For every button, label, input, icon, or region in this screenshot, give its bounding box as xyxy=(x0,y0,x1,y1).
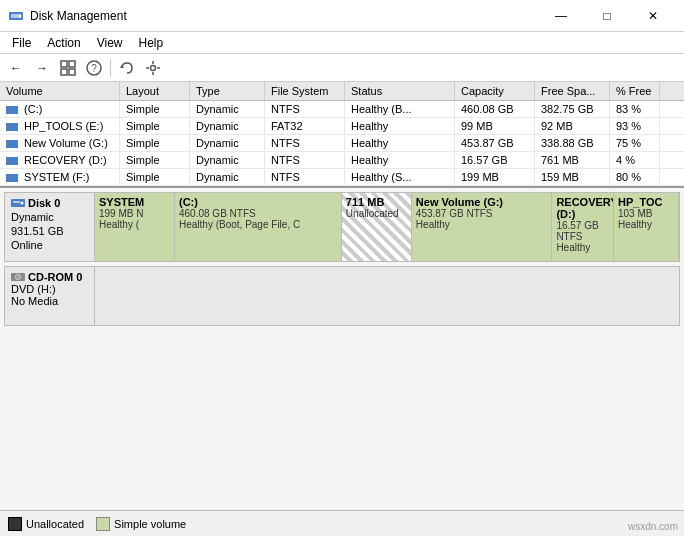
cell-fs: FAT32 xyxy=(265,118,345,134)
disk0-label: Disk 0 Dynamic 931.51 GB Online xyxy=(5,193,95,261)
partition-g[interactable]: New Volume (G:) 453.87 GB NTFS Healthy xyxy=(412,193,553,261)
menu-view[interactable]: View xyxy=(89,34,131,51)
cell-type: Dynamic xyxy=(190,118,265,134)
cell-pct: 4 % xyxy=(610,152,660,168)
back-button[interactable]: ← xyxy=(4,57,28,79)
settings-button[interactable] xyxy=(141,57,165,79)
svg-rect-5 xyxy=(61,69,67,75)
legend-unallocated-label: Unallocated xyxy=(26,518,84,530)
legend-unallocated-box xyxy=(8,517,22,531)
partition-system[interactable]: SYSTEM 199 MB N Healthy ( xyxy=(95,193,175,261)
partition-unallocated[interactable]: 711 MB Unallocated xyxy=(342,193,412,261)
cell-fs: NTFS xyxy=(265,135,345,151)
partition-recovery[interactable]: RECOVERY (D:) 16.57 GB NTFS Healthy xyxy=(552,193,614,261)
help-button[interactable]: ? xyxy=(82,57,106,79)
cdrom0-content xyxy=(95,267,679,325)
cell-status: Healthy (S... xyxy=(345,169,455,185)
minimize-button[interactable]: — xyxy=(538,3,584,29)
partition-recovery-size: 16.57 GB NTFS xyxy=(556,220,609,242)
view-button[interactable] xyxy=(56,57,80,79)
cell-free: 92 MB xyxy=(535,118,610,134)
undo-icon xyxy=(119,60,135,76)
volume-icon xyxy=(6,140,18,148)
menu-file[interactable]: File xyxy=(4,34,39,51)
legend-simple-label: Simple volume xyxy=(114,518,186,530)
col-header-fs: File System xyxy=(265,82,345,100)
cell-status: Healthy (B... xyxy=(345,101,455,117)
svg-point-20 xyxy=(17,276,19,278)
maximize-button[interactable]: □ xyxy=(584,3,630,29)
title-text: Disk Management xyxy=(30,9,127,23)
partition-hptools[interactable]: HP_TOC 103 MB Healthy xyxy=(614,193,679,261)
disk0-status: Online xyxy=(11,239,88,251)
disk0-row: Disk 0 Dynamic 931.51 GB Online SYSTEM 1… xyxy=(4,192,680,262)
table-row[interactable]: RECOVERY (D:) Simple Dynamic NTFS Health… xyxy=(0,152,684,169)
cdrom0-partition xyxy=(95,267,679,325)
menu-action[interactable]: Action xyxy=(39,34,88,51)
partition-g-name: New Volume (G:) xyxy=(416,196,548,208)
partition-hptools-size: 103 MB xyxy=(618,208,674,219)
partition-recovery-name: RECOVERY (D:) xyxy=(556,196,609,220)
cell-capacity: 460.08 GB xyxy=(455,101,535,117)
cell-type: Dynamic xyxy=(190,152,265,168)
partition-g-size: 453.87 GB NTFS xyxy=(416,208,548,219)
disk0-type: Dynamic xyxy=(11,211,88,223)
cdrom0-type: DVD (H:) xyxy=(11,283,56,295)
svg-rect-4 xyxy=(69,61,75,67)
table-row[interactable]: SYSTEM (F:) Simple Dynamic NTFS Healthy … xyxy=(0,169,684,186)
col-header-layout: Layout xyxy=(120,82,190,100)
volume-table: Volume Layout Type File System Status Ca… xyxy=(0,82,684,188)
cell-pct: 80 % xyxy=(610,169,660,185)
app-icon xyxy=(8,8,24,24)
disk0-size: 931.51 GB xyxy=(11,225,88,237)
col-header-pct: % Free xyxy=(610,82,660,100)
cell-type: Dynamic xyxy=(190,135,265,151)
cell-fs: NTFS xyxy=(265,169,345,185)
cell-type: Dynamic xyxy=(190,101,265,117)
svg-rect-16 xyxy=(13,201,20,203)
table-row[interactable]: (C:) Simple Dynamic NTFS Healthy (B... 4… xyxy=(0,101,684,118)
cell-free: 338.88 GB xyxy=(535,135,610,151)
cell-layout: Simple xyxy=(120,101,190,117)
grid-icon xyxy=(60,60,76,76)
undo-button[interactable] xyxy=(115,57,139,79)
table-row[interactable]: HP_TOOLS (E:) Simple Dynamic FAT32 Healt… xyxy=(0,118,684,135)
volume-icon xyxy=(6,106,18,114)
partition-c-status: Healthy (Boot, Page File, C xyxy=(179,219,337,230)
cell-fs: NTFS xyxy=(265,152,345,168)
menu-bar: File Action View Help xyxy=(0,32,684,54)
partition-c[interactable]: (C:) 460.08 GB NTFS Healthy (Boot, Page … xyxy=(175,193,342,261)
close-button[interactable]: ✕ xyxy=(630,3,676,29)
volume-icon xyxy=(6,174,18,182)
svg-point-2 xyxy=(19,14,22,17)
menu-help[interactable]: Help xyxy=(131,34,172,51)
disk-view: Disk 0 Dynamic 931.51 GB Online SYSTEM 1… xyxy=(0,188,684,536)
col-header-status: Status xyxy=(345,82,455,100)
disk0-name: Disk 0 xyxy=(28,197,60,209)
legend-simple: Simple volume xyxy=(96,517,186,531)
svg-rect-6 xyxy=(69,69,75,75)
cell-status: Healthy xyxy=(345,118,455,134)
partition-system-size: 199 MB N xyxy=(99,208,170,219)
cell-volume: HP_TOOLS (E:) xyxy=(0,118,120,134)
cell-volume: SYSTEM (F:) xyxy=(0,169,120,185)
cell-volume: RECOVERY (D:) xyxy=(0,152,120,168)
volume-icon xyxy=(6,123,18,131)
svg-rect-3 xyxy=(61,61,67,67)
cdrom0-name: CD-ROM 0 xyxy=(28,271,82,283)
partition-unalloc-size: 711 MB xyxy=(346,196,407,208)
legend-unallocated: Unallocated xyxy=(8,517,84,531)
disk-area: Disk 0 Dynamic 931.51 GB Online SYSTEM 1… xyxy=(0,188,684,510)
cell-layout: Simple xyxy=(120,135,190,151)
svg-text:?: ? xyxy=(91,63,97,74)
cell-layout: Simple xyxy=(120,152,190,168)
table-row[interactable]: New Volume (G:) Simple Dynamic NTFS Heal… xyxy=(0,135,684,152)
title-bar: Disk Management — □ ✕ xyxy=(0,0,684,32)
partition-recovery-status: Healthy xyxy=(556,242,609,253)
col-header-capacity: Capacity xyxy=(455,82,535,100)
forward-button[interactable]: → xyxy=(30,57,54,79)
settings-icon xyxy=(145,60,161,76)
toolbar-separator xyxy=(110,59,111,77)
cdrom0-status: No Media xyxy=(11,295,58,307)
cdrom0-row: CD-ROM 0 DVD (H:) No Media xyxy=(4,266,680,326)
